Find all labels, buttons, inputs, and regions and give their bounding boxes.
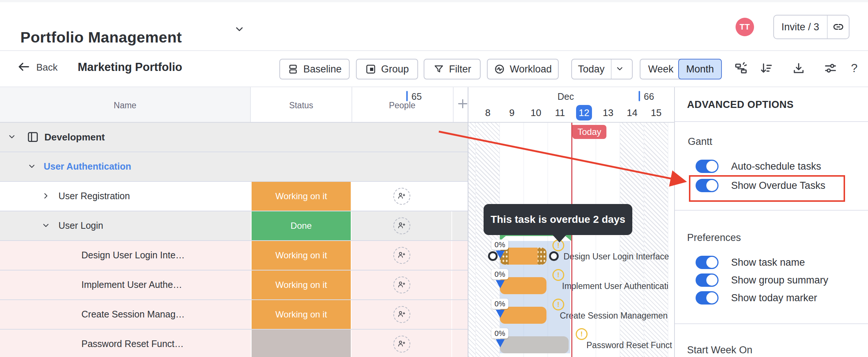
status-column-header[interactable]: Status [251, 101, 351, 110]
task-bar-design[interactable] [500, 248, 546, 265]
invite-button[interactable]: Invite / 3 [774, 16, 827, 38]
page-title[interactable]: Portfolio Management [20, 29, 182, 46]
dependency-connector[interactable] [488, 251, 498, 261]
row-name[interactable]: User Login [58, 220, 103, 231]
people-cell[interactable] [352, 211, 452, 240]
toggle-show-task-name[interactable] [696, 256, 719, 269]
toggle-auto-schedule[interactable] [696, 160, 719, 173]
sort-icon[interactable] [759, 61, 773, 75]
people-cell[interactable] [352, 182, 452, 211]
status-cell[interactable]: Working on it [251, 241, 351, 270]
row-name[interactable]: Create Session Manag… [81, 309, 185, 320]
row-name[interactable]: Design User Login Inte… [81, 250, 185, 261]
baseline-button[interactable]: Baseline [279, 59, 350, 79]
critical-path-icon[interactable] [734, 61, 748, 75]
workload-button[interactable]: Workload [487, 59, 559, 79]
progress-chip: 0% [491, 239, 508, 250]
copy-link-button[interactable] [828, 16, 849, 38]
filter-button[interactable]: Filter [424, 59, 481, 79]
table-row[interactable]: Password Reset Funct… [0, 330, 468, 357]
row-name[interactable]: User Registration [58, 191, 130, 201]
table-row[interactable]: User Login Done [0, 211, 468, 241]
row-name[interactable]: Development [44, 132, 105, 143]
row-name[interactable]: User Authentication [44, 161, 131, 172]
toggle-show-group-summary[interactable] [696, 273, 719, 287]
week-tick [406, 91, 408, 101]
people-column-header[interactable]: People [352, 101, 452, 110]
download-icon[interactable] [792, 61, 806, 75]
task-label: Create Session Managemen [560, 310, 668, 321]
add-assignee-icon[interactable] [393, 276, 410, 293]
chevron-down-icon[interactable] [234, 24, 245, 35]
name-column-header[interactable]: Name [0, 101, 250, 110]
board-title: Marketing Portfolio [78, 61, 182, 74]
advanced-options-panel: ADVANCED OPTIONS Gantt Auto-schedule tas… [674, 87, 868, 357]
weekend-column [644, 123, 668, 357]
task-bar-implement[interactable] [500, 277, 546, 294]
row-name[interactable]: Password Reset Funct… [81, 339, 184, 349]
back-arrow-icon[interactable] [17, 60, 31, 74]
toggle-label: Auto-schedule tasks [731, 160, 821, 173]
status-cell[interactable]: Working on it [251, 300, 351, 329]
table-row[interactable]: Create Session Manag… Working on it [0, 300, 468, 330]
chevron-right-icon[interactable] [41, 191, 51, 201]
add-assignee-icon[interactable] [393, 336, 410, 353]
warning-icon[interactable]: ! [576, 328, 588, 340]
add-assignee-icon[interactable] [393, 217, 410, 234]
warning-icon[interactable]: ! [552, 269, 564, 281]
people-cell[interactable] [352, 330, 452, 357]
dependency-connector[interactable] [549, 251, 559, 261]
status-cell[interactable] [251, 330, 351, 357]
status-cell[interactable]: Done [251, 211, 351, 240]
chevron-down-icon[interactable] [615, 64, 625, 74]
add-assignee-icon[interactable] [393, 247, 410, 264]
task-label: Implement User Authenticati [562, 281, 669, 291]
preferences-section-label: Preferences [687, 232, 741, 244]
day-label: 14 [624, 105, 640, 120]
week-tab[interactable]: Week [640, 59, 681, 79]
toolbar: Back Marketing Portfolio Baseline Group … [0, 51, 868, 87]
avatar[interactable]: TT [736, 18, 754, 36]
chevron-down-icon[interactable] [7, 132, 17, 142]
day-label-today: 12 [576, 105, 592, 120]
help-button[interactable]: ? [851, 61, 858, 75]
task-label: Password Reset Funct [586, 340, 672, 350]
warning-icon[interactable]: ! [552, 239, 564, 251]
table-row[interactable]: User Registration Working on it [0, 182, 468, 211]
table-row[interactable]: User Authentication [0, 152, 468, 182]
day-label: 15 [648, 105, 664, 120]
task-label: Design User Login Interface [563, 251, 669, 262]
chevron-down-icon[interactable] [27, 162, 37, 171]
status-cell[interactable]: Working on it [251, 182, 351, 211]
invite-group: Invite / 3 [773, 15, 850, 39]
people-cell[interactable] [352, 271, 452, 299]
table-row[interactable]: Development [0, 123, 468, 152]
week-tick [639, 91, 640, 101]
baseline-label: Baseline [303, 64, 342, 75]
status-cell[interactable]: Working on it [251, 271, 351, 299]
table-row[interactable]: Implement User Authe… Working on it [0, 271, 468, 300]
day-label: 8 [480, 105, 496, 120]
month-tab-selected[interactable]: Month [678, 59, 722, 79]
task-bar-password-reset[interactable] [500, 336, 569, 353]
back-button[interactable]: Back [36, 62, 58, 73]
drag-handle[interactable] [538, 248, 546, 265]
group-button[interactable]: Group [356, 59, 418, 79]
settings-sliders-icon[interactable] [824, 61, 838, 75]
add-assignee-icon[interactable] [393, 188, 410, 205]
add-assignee-icon[interactable] [393, 306, 410, 323]
chevron-down-icon[interactable] [41, 221, 51, 231]
add-column-icon[interactable] [456, 97, 469, 110]
task-bar-create-session[interactable] [500, 307, 546, 324]
today-button[interactable]: Today [572, 59, 610, 79]
zoom-toggle: Week Month [640, 59, 721, 79]
toggle-show-today-marker[interactable] [696, 291, 719, 305]
group-label: Group [381, 64, 409, 75]
people-cell[interactable] [352, 241, 452, 270]
table-row[interactable]: Design User Login Inte… Working on it [0, 241, 468, 271]
day-column [668, 123, 674, 357]
people-cell[interactable] [352, 300, 452, 329]
gantt-chart[interactable]: Today 0% ! Design User Login Interface 0… [468, 123, 674, 357]
row-name[interactable]: Implement User Authe… [81, 279, 182, 290]
warning-icon[interactable]: ! [552, 299, 564, 310]
